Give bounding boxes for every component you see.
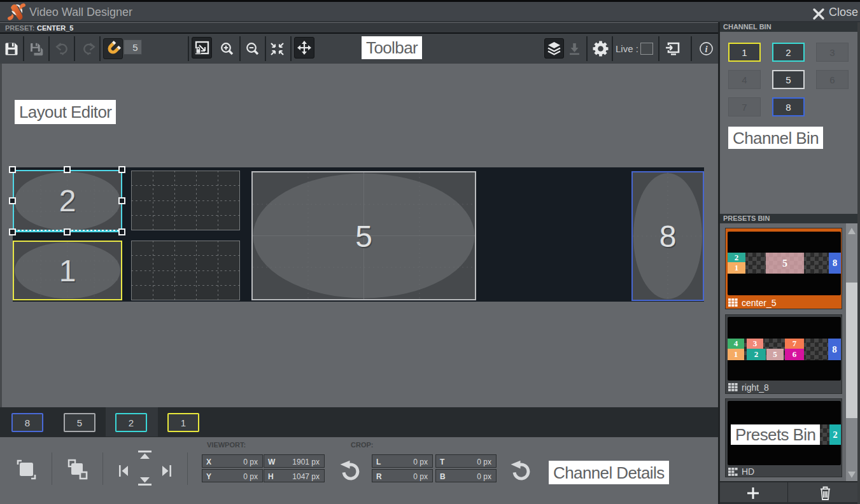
svg-text:1: 1 xyxy=(59,254,76,288)
svg-text:2: 2 xyxy=(59,184,76,218)
svg-text:i: i xyxy=(705,44,707,54)
svg-text:8: 8 xyxy=(659,220,677,253)
svg-text:5: 5 xyxy=(355,220,372,253)
